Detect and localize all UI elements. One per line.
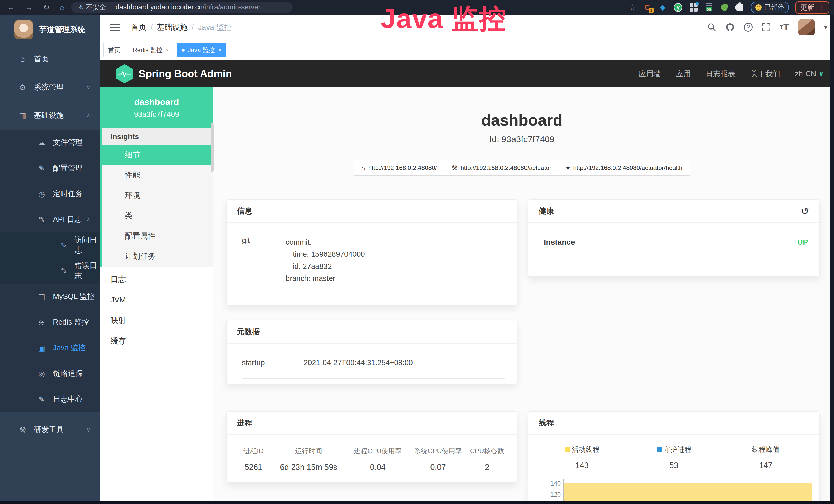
menu-dots-icon[interactable]: ⋮	[818, 3, 825, 11]
extension-pin-icon[interactable]: ◆	[658, 3, 667, 12]
log-icon: ✎	[59, 267, 69, 275]
font-size-icon[interactable]: TT	[780, 22, 789, 32]
sidebar-item-infra[interactable]: ▦ 基础设施 ∧	[0, 101, 100, 130]
infra-icon: ▦	[17, 111, 28, 120]
sidebar-item-error-log[interactable]: ✎ 错误日志	[0, 258, 100, 284]
threads-legend: 活动线程 143 守护进程 53 线程峰值 147	[528, 435, 819, 470]
sba-item-environment[interactable]: 环境	[102, 185, 213, 206]
bookmark-star-icon[interactable]: ☆	[629, 3, 636, 12]
sba-item-details[interactable]: 细节	[102, 145, 213, 165]
row-divider	[242, 293, 505, 294]
sidebar-item-api-logs[interactable]: ✎ API 日志 ∧	[0, 207, 100, 232]
legend-swatch-daemon	[657, 447, 662, 452]
close-icon[interactable]: ×	[218, 46, 221, 54]
sidebar-item-mysql[interactable]: ▤ MySQL 监控	[0, 284, 100, 310]
caret-down-icon[interactable]: ▾	[824, 23, 827, 31]
sba-item-classes[interactable]: 类	[102, 206, 213, 226]
sba-brand-title[interactable]: Spring Boot Admin	[139, 68, 232, 79]
extension-c-icon[interactable]: C1	[643, 3, 652, 12]
app-logo	[14, 20, 33, 39]
chevron-down-icon: ∨	[819, 70, 824, 77]
sba-nav-language[interactable]: zh-CN∨	[795, 70, 824, 78]
sba-item-caches[interactable]: 缓存	[100, 331, 213, 351]
sba-nav-about[interactable]: 关于我们	[750, 69, 780, 79]
search-icon[interactable]	[707, 23, 716, 31]
sba-item-config-props[interactable]: 配置属性	[102, 226, 213, 246]
address-bar[interactable]: ⚠ 不安全 dashboard.yudao.iocoder.cn/infra/a…	[71, 2, 292, 13]
home-icon[interactable]: ⌂	[60, 3, 64, 12]
metadata-card-title: 元数据	[237, 327, 260, 337]
breadcrumb-infra[interactable]: 基础设施	[157, 22, 188, 32]
github-icon[interactable]	[725, 23, 734, 32]
live-threads-value: 143	[536, 461, 628, 470]
browser-update-button[interactable]: 更新⋮	[795, 1, 829, 14]
extension-y-icon[interactable]: y	[674, 3, 682, 12]
notification-dot	[696, 2, 699, 5]
sidebar-item-system[interactable]: ⚙ 系统管理 ∨	[0, 73, 100, 101]
sba-item-jvm[interactable]: JVM	[100, 290, 213, 310]
hamburger-icon[interactable]	[110, 24, 120, 31]
row-divider	[544, 255, 808, 255]
sba-item-scheduled-tasks[interactable]: 计划任务	[102, 246, 213, 267]
extension-leaf-icon[interactable]	[720, 3, 729, 12]
system-cpu-value: 0.07	[409, 463, 468, 472]
log-icon: ✎	[36, 395, 47, 404]
back-icon[interactable]: ←	[7, 3, 15, 12]
sidebar-item-tracing[interactable]: ◎ 链路追踪	[0, 361, 100, 386]
scrollbar-thumb[interactable]	[211, 123, 214, 172]
chevron-down-icon: ∨	[86, 427, 90, 433]
admin-menu: ⌂ 首页 ⚙ 系统管理 ∨ ▦ 基础设施 ∧ ☁ 文件管理 ✎ 配置管理 ◷ 定…	[0, 45, 100, 444]
extension-on-icon[interactable]: on	[705, 3, 713, 12]
tab-redis-monitor[interactable]: Redis 监控 ×	[128, 43, 174, 57]
sba-nav-applications-wall[interactable]: 应用墙	[639, 69, 661, 79]
fullscreen-icon[interactable]	[762, 23, 771, 31]
health-url-link[interactable]: ♥http://192.168.0.2:48080/actuator/healt…	[559, 160, 690, 176]
insights-section-label: Insights	[102, 129, 213, 145]
sidebar-item-config[interactable]: ✎ 配置管理	[0, 155, 100, 181]
service-url-link[interactable]: ⌂http://192.168.0.2:48080/	[354, 160, 444, 176]
reload-icon[interactable]: ↻	[43, 3, 49, 12]
sidebar-item-access-log[interactable]: ✎ 访问日志	[0, 232, 100, 258]
sba-item-mappings[interactable]: 映射	[100, 310, 213, 331]
log-icon: ✎	[36, 215, 47, 224]
forward-icon[interactable]: →	[25, 3, 33, 12]
info-card: 信息 git commit: time: 1596289704000 id: 2…	[226, 200, 517, 305]
user-avatar[interactable]	[798, 19, 815, 36]
sba-instance-header[interactable]: dashboard 93a3fc7f7409	[100, 87, 213, 129]
sidebar-item-files[interactable]: ☁ 文件管理	[0, 130, 100, 155]
breadcrumb-home[interactable]: 首页	[131, 22, 147, 32]
cloud-upload-icon: ☁	[36, 138, 47, 147]
y-axis: 140 120 100	[545, 479, 564, 501]
gear-icon: ⚙	[17, 83, 28, 92]
history-icon[interactable]: ↺	[801, 205, 809, 217]
process-table: 进程ID 运行时间 进程CPU使用率 系统CPU使用率 CPU核心数 5261 …	[226, 435, 517, 472]
paused-extension-pill[interactable]: 已暂停	[751, 2, 789, 13]
sidebar-item-redis[interactable]: ≋ Redis 监控	[0, 310, 100, 335]
process-cpu-value: 0.04	[347, 463, 409, 472]
help-icon[interactable]: ?	[744, 23, 752, 31]
sidebar-item-java-monitor[interactable]: ▣ Java 监控	[0, 335, 100, 361]
sidebar-item-log-center[interactable]: ✎ 日志中心	[0, 386, 100, 412]
metadata-card: 元数据 startup 2021-04-27T00:44:31.254+08:0…	[226, 320, 517, 384]
window-scrollbar-track[interactable]	[830, 15, 834, 504]
page-title: dashboard	[214, 111, 830, 129]
app-logo-row[interactable]: 芋道管理系统	[14, 20, 100, 39]
sba-item-logs[interactable]: 日志	[100, 269, 213, 290]
sba-nav-applications[interactable]: 应用	[676, 69, 691, 79]
sba-logo-icon[interactable]	[116, 65, 133, 84]
sidebar-item-jobs[interactable]: ◷ 定时任务	[0, 181, 100, 207]
sidebar-item-home[interactable]: ⌂ 首页	[0, 45, 100, 73]
sidebar-item-dev-tools[interactable]: ⚒ 研发工具 ∨	[0, 416, 100, 444]
actuator-url-link[interactable]: ⚒http://192.168.0.2:48080/actuator	[444, 160, 559, 176]
tab-home[interactable]: 首页	[103, 43, 125, 57]
extension-puzzle-icon[interactable]	[736, 3, 744, 12]
admin-sidebar: 芋道管理系统 ⌂ 首页 ⚙ 系统管理 ∨ ▦ 基础设施 ∧ ☁ 文件管理 ✎ 配…	[0, 15, 100, 504]
window-bottom-edge	[0, 501, 834, 504]
sba-nav-journal[interactable]: 日志报表	[706, 69, 736, 79]
sba-item-metrics[interactable]: 性能	[102, 165, 213, 185]
process-card-title: 进程	[237, 418, 252, 428]
extension-grid-icon[interactable]	[689, 3, 698, 12]
eye-icon: ◎	[36, 369, 47, 378]
close-icon[interactable]: ×	[166, 46, 169, 54]
tab-java-monitor[interactable]: Java 监控 ×	[177, 43, 226, 57]
